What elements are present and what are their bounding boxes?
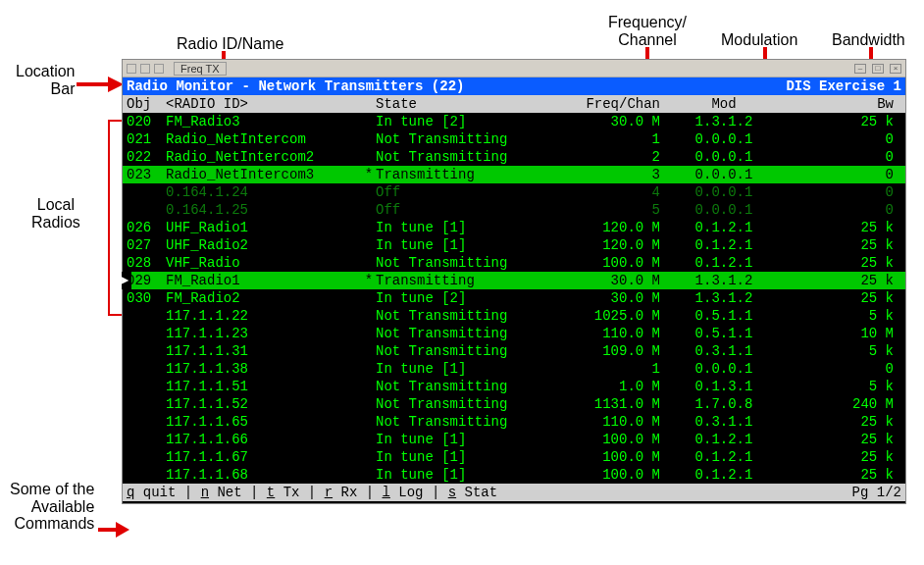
cell-bw: 0 [778,201,901,219]
toolbar-icon[interactable] [127,64,136,74]
cell-mod: 0.0.0.1 [670,183,778,201]
window-minimize-button[interactable]: – [854,64,866,74]
annot-local-radios: Local Radios [31,196,80,231]
cell-radio-id: 0.164.1.24 [166,183,362,201]
cell-freq: 4 [562,183,670,201]
cell-bw: 5 k [778,342,901,360]
cell-obj: 022 [127,148,166,166]
col-bw[interactable]: Bw [778,95,901,113]
cell-star [362,342,376,360]
annot-mod: Modulation [721,31,797,49]
cell-state: In tune [1] [376,448,562,466]
cell-obj: 029 [127,272,166,289]
cell-radio-id: Radio_NetIntercom2 [166,148,362,166]
col-radio-id[interactable]: <RADIO ID> [166,95,362,113]
cell-mod: 1.7.0.8 [670,395,778,413]
cell-mod: 0.5.1.1 [670,325,778,342]
table-row[interactable]: 0.164.1.25Off50.0.0.10 [123,201,905,219]
cell-freq: 100.0 M [562,466,670,484]
cell-radio-id: 117.1.1.67 [166,448,362,466]
cell-freq: 30.0 M [562,113,670,130]
table-row[interactable]: 023Radio_NetIntercom3*Transmitting30.0.0… [123,166,905,183]
cell-bw: 240 M [778,395,901,413]
table-row[interactable]: 117.1.1.68In tune [1]100.0 M0.1.2.125 k [123,466,905,484]
cell-freq: 109.0 M [562,342,670,360]
table-row[interactable]: 030FM_Radio2In tune [2]30.0 M1.3.1.225 k [123,289,905,307]
cell-star [362,413,376,431]
toolbar-icon[interactable] [154,64,164,74]
cell-obj [127,183,166,201]
cell-radio-id: 117.1.1.51 [166,378,362,395]
cell-star [362,113,376,130]
bracket-local-radios [108,120,122,316]
cell-star [362,378,376,395]
cell-mod: 0.1.2.1 [670,219,778,236]
command-list: q quit | n Net | t Tx | r Rx | l Log | s… [127,484,852,501]
table-row[interactable]: 0.164.1.24Off40.0.0.10 [123,183,905,201]
cell-state: In tune [1] [376,466,562,484]
table-row[interactable]: 029FM_Radio1*Transmitting30.0 M1.3.1.225… [123,272,905,289]
table-row[interactable]: 117.1.1.65Not Transmitting110.0 M0.3.1.1… [123,413,905,431]
cell-obj [127,413,166,431]
cell-bw: 25 k [778,272,901,289]
tab-freq-tx[interactable]: Freq TX [174,62,227,76]
table-row[interactable]: 117.1.1.66In tune [1]100.0 M0.1.2.125 k [123,431,905,448]
cell-star [362,466,376,484]
cell-obj [127,307,166,325]
table-row[interactable]: 020FM_Radio3In tune [2]30.0 M1.3.1.225 k [123,113,905,130]
table-row[interactable]: 026UHF_Radio1In tune [1]120.0 M0.1.2.125… [123,219,905,236]
cell-obj: 026 [127,219,166,236]
table-row[interactable]: 117.1.1.38In tune [1]10.0.0.10 [123,360,905,378]
cell-obj: 020 [127,113,166,130]
col-obj[interactable]: Obj [127,95,166,113]
terminal: Radio Monitor - Network Transmitters (22… [123,77,905,503]
window-close-button[interactable]: × [890,64,901,74]
cell-state: Not Transmitting [376,413,562,431]
table-row[interactable]: 022Radio_NetIntercom2Not Transmitting20.… [123,148,905,166]
cell-obj [127,395,166,413]
cell-obj: 030 [127,289,166,307]
annot-location-bar: Location Bar [16,63,76,97]
cell-obj [127,360,166,378]
cell-star [362,148,376,166]
table-row[interactable]: 027UHF_Radio2In tune [1]120.0 M0.1.2.125… [123,236,905,254]
cell-bw: 25 k [778,431,901,448]
exercise-label: DIS Exercise 1 [786,77,901,95]
table-row[interactable]: 117.1.1.22Not Transmitting1025.0 M0.5.1.… [123,307,905,325]
toolbar-icon[interactable] [140,64,150,74]
table-row[interactable]: 021Radio_NetIntercomNot Transmitting10.0… [123,130,905,148]
col-mod[interactable]: Mod [670,95,778,113]
cell-state: Transmitting [376,272,562,289]
cell-mod: 0.5.1.1 [670,307,778,325]
cell-mod: 1.3.1.2 [670,113,778,130]
table-row[interactable]: 117.1.1.67In tune [1]100.0 M0.1.2.125 k [123,448,905,466]
cell-obj [127,466,166,484]
cell-bw: 25 k [778,113,901,130]
command-bar: q quit | n Net | t Tx | r Rx | l Log | s… [123,484,905,501]
cell-star [362,219,376,236]
cell-freq: 100.0 M [562,254,670,272]
window-maximize-button[interactable]: □ [872,64,884,74]
col-freq-chan[interactable]: Freq/Chan [562,95,670,113]
table-row[interactable]: 117.1.1.23Not Transmitting110.0 M0.5.1.1… [123,325,905,342]
cell-freq: 30.0 M [562,289,670,307]
cell-radio-id: FM_Radio2 [166,289,362,307]
table-row[interactable]: 117.1.1.52Not Transmitting1131.0 M1.7.0.… [123,395,905,413]
cell-mod: 0.3.1.1 [670,413,778,431]
cell-obj [127,325,166,342]
cell-bw: 5 k [778,378,901,395]
cell-bw: 25 k [778,448,901,466]
cell-bw: 0 [778,183,901,201]
cell-mod: 0.1.2.1 [670,431,778,448]
cell-state: In tune [2] [376,113,562,130]
col-state[interactable]: State [376,95,562,113]
cell-freq: 100.0 M [562,448,670,466]
cell-bw: 5 k [778,307,901,325]
cell-state: Not Transmitting [376,130,562,148]
table-row[interactable]: 117.1.1.31Not Transmitting109.0 M0.3.1.1… [123,342,905,360]
cell-radio-id: Radio_NetIntercom3 [166,166,362,183]
cell-star [362,289,376,307]
table-row[interactable]: 117.1.1.51Not Transmitting1.0 M0.1.3.15 … [123,378,905,395]
table-row[interactable]: 028VHF_RadioNot Transmitting100.0 M0.1.2… [123,254,905,272]
cell-freq: 1.0 M [562,378,670,395]
